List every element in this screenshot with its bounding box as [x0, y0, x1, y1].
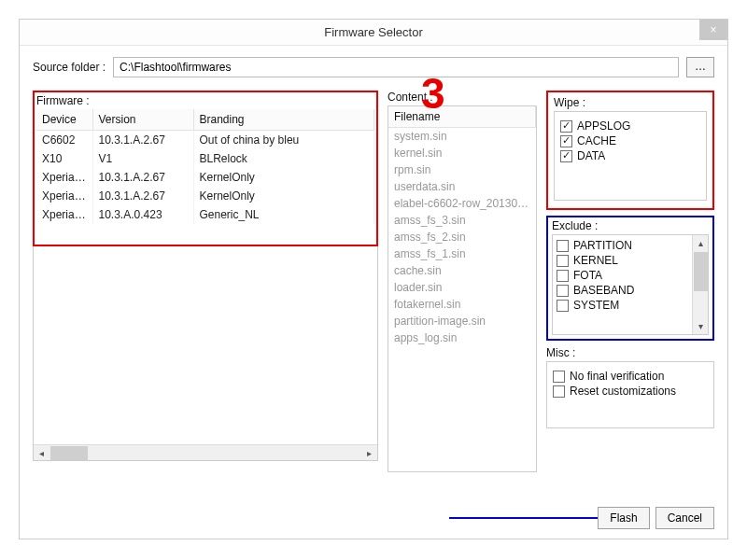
firmware-table[interactable]: Device Version Branding C660210.3.1.A.2.…: [36, 109, 374, 243]
table-row[interactable]: Xperia…10.3.1.A.2.67KernelOnly: [36, 168, 374, 187]
checkbox-icon[interactable]: [553, 371, 565, 383]
cancel-button[interactable]: Cancel: [655, 507, 714, 529]
list-item[interactable]: rpm.sin: [388, 161, 536, 178]
list-item[interactable]: elabel-c6602-row_201305…: [388, 195, 536, 212]
list-item[interactable]: kernel.sin: [388, 145, 536, 161]
col-version[interactable]: Version: [92, 109, 193, 131]
content-label: Content :: [388, 91, 537, 104]
exclude-label: Exclude :: [552, 219, 709, 232]
titlebar: Firmware Selector ×: [20, 20, 727, 46]
chevron-up-icon[interactable]: ▴: [693, 235, 709, 251]
hscrollbar[interactable]: ◂ ▸: [34, 444, 377, 460]
col-branding[interactable]: Branding: [193, 109, 374, 131]
checkbox-icon[interactable]: [557, 300, 569, 312]
checkbox-icon[interactable]: [557, 270, 569, 282]
browse-button[interactable]: …: [686, 57, 714, 77]
wipe-data[interactable]: DATA: [560, 149, 700, 162]
source-row: Source folder : …: [33, 57, 714, 77]
content-group: Content : Filename system.sin kernel.sin…: [388, 91, 537, 472]
exclude-list[interactable]: PARTITION KERNEL FOTA BASEBAND SYSTEM ▴ …: [552, 234, 709, 335]
col-filename[interactable]: Filename: [388, 106, 536, 128]
table-row[interactable]: Xperia…10.3.A.0.423Generic_NL: [36, 205, 374, 224]
exclude-highlight: Exclude : PARTITION KERNEL FOTA BASEBAND…: [546, 216, 714, 341]
list-item[interactable]: cache.sin: [388, 262, 536, 279]
checkbox-icon[interactable]: [560, 135, 572, 147]
exclude-system[interactable]: SYSTEM: [557, 299, 704, 312]
window-title: Firmware Selector: [324, 25, 422, 39]
close-button[interactable]: ×: [699, 20, 727, 40]
list-item[interactable]: system.sin: [388, 128, 536, 145]
wipe-cache[interactable]: CACHE: [560, 134, 700, 147]
arrow-shaft: [449, 517, 599, 519]
chevron-right-icon[interactable]: ▸: [361, 445, 377, 461]
col-device[interactable]: Device: [36, 109, 92, 131]
ellipsis-icon: …: [695, 60, 706, 73]
firmware-highlight: Firmware : Device Version Branding C6602…: [33, 91, 378, 246]
checkbox-icon[interactable]: [557, 240, 569, 252]
main-grid: Firmware : Device Version Branding C6602…: [33, 91, 714, 472]
step-annotation: 3: [421, 68, 445, 119]
exclude-partition[interactable]: PARTITION: [557, 239, 704, 252]
vscrollbar[interactable]: ▴ ▾: [692, 235, 708, 334]
misc-label: Misc :: [546, 346, 714, 359]
list-item[interactable]: apps_log.sin: [388, 329, 536, 346]
wipe-highlight: Wipe : APPSLOG CACHE DATA: [546, 91, 714, 210]
source-label: Source folder :: [33, 61, 106, 74]
table-row[interactable]: C660210.3.1.A.2.67Out of china by bleu: [36, 131, 374, 150]
list-item[interactable]: amss_fs_1.sin: [388, 245, 536, 262]
hscroll-thumb[interactable]: [50, 446, 88, 460]
flash-button[interactable]: Flash: [598, 507, 649, 529]
exclude-fota[interactable]: FOTA: [557, 269, 704, 282]
wipe-list: APPSLOG CACHE DATA: [554, 111, 707, 201]
close-icon: ×: [710, 23, 716, 36]
source-input[interactable]: [113, 57, 679, 77]
checkbox-icon[interactable]: [560, 120, 572, 133]
vscroll-thumb[interactable]: [694, 252, 708, 291]
misc-reset-customizations[interactable]: Reset customizations: [553, 385, 708, 398]
checkbox-icon[interactable]: [553, 385, 565, 398]
wipe-appslog[interactable]: APPSLOG: [560, 119, 700, 133]
dialog-window: Firmware Selector × Source folder : … 3 …: [19, 19, 728, 539]
table-row[interactable]: Xperia…10.3.1.A.2.67KernelOnly: [36, 187, 374, 205]
footer: Flash Cancel: [598, 507, 714, 529]
wipe-label: Wipe :: [554, 96, 707, 109]
checkbox-icon[interactable]: [557, 255, 569, 267]
chevron-left-icon[interactable]: ◂: [34, 445, 49, 461]
exclude-baseband[interactable]: BASEBAND: [557, 284, 704, 297]
list-item[interactable]: userdata.sin: [388, 178, 536, 195]
list-item[interactable]: partition-image.sin: [388, 313, 536, 329]
exclude-kernel[interactable]: KERNEL: [557, 254, 704, 267]
firmware-label: Firmware :: [36, 94, 374, 107]
checkbox-icon[interactable]: [557, 285, 569, 297]
list-item[interactable]: amss_fs_3.sin: [388, 212, 536, 229]
content-area: Source folder : … 3 Firmware : Device Ve…: [20, 46, 727, 482]
list-item[interactable]: fotakernel.sin: [388, 296, 536, 313]
misc-no-final-verification[interactable]: No final verification: [553, 370, 708, 383]
misc-group: Misc : No final verification Reset custo…: [546, 346, 714, 428]
table-row[interactable]: X10V1BLRelock: [36, 149, 374, 168]
list-item[interactable]: loader.sin: [388, 279, 536, 296]
misc-list: No final verification Reset customizatio…: [546, 361, 714, 428]
right-column: Wipe : APPSLOG CACHE DATA Exclude : PART…: [546, 91, 714, 428]
firmware-empty-area: ◂ ▸: [33, 246, 378, 461]
list-item[interactable]: amss_fs_2.sin: [388, 229, 536, 245]
content-list[interactable]: Filename system.sin kernel.sin rpm.sin u…: [388, 105, 537, 472]
firmware-group: Firmware : Device Version Branding C6602…: [33, 91, 378, 461]
arrow-annotation: [449, 512, 610, 524]
checkbox-icon[interactable]: [560, 150, 572, 162]
chevron-down-icon[interactable]: ▾: [693, 318, 709, 334]
